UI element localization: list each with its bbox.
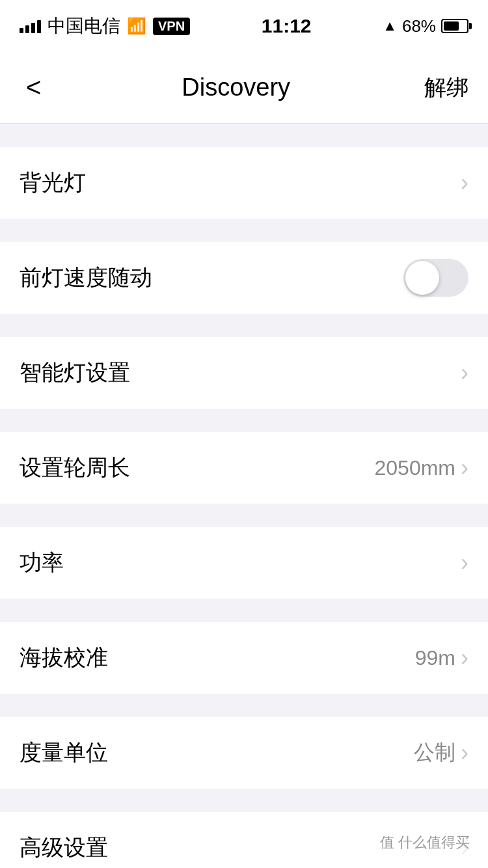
bar1 bbox=[20, 28, 23, 33]
row-unit[interactable]: 度量单位 公制 › bbox=[0, 717, 488, 789]
chevron-icon: › bbox=[461, 739, 468, 766]
row-wheel-circumference[interactable]: 设置轮周长 2050mm › bbox=[0, 432, 488, 504]
section-gap-6 bbox=[0, 694, 488, 717]
unit-value: 公制 bbox=[414, 739, 455, 767]
row-altitude[interactable]: 海拔校准 99m › bbox=[0, 622, 488, 694]
bar2 bbox=[25, 25, 29, 33]
signal-bars bbox=[20, 19, 41, 33]
section-gap-3 bbox=[0, 409, 488, 432]
wheel-value: 2050mm bbox=[375, 456, 456, 480]
row-smartlight-label: 智能灯设置 bbox=[20, 358, 130, 388]
row-power-label: 功率 bbox=[20, 548, 64, 578]
section-gap-5 bbox=[0, 599, 488, 622]
bar4 bbox=[37, 20, 41, 33]
battery-fill bbox=[444, 21, 459, 31]
row-power[interactable]: 功率 › bbox=[0, 527, 488, 599]
row-frontlight-label: 前灯速度随动 bbox=[20, 263, 152, 293]
row-wheel-label: 设置轮周长 bbox=[20, 453, 130, 483]
section-gap-top bbox=[0, 124, 488, 147]
row-frontlight-right bbox=[403, 259, 468, 297]
settings-group-altitude: 海拔校准 99m › bbox=[0, 622, 488, 694]
row-unit-right: 公制 › bbox=[414, 739, 468, 767]
page-title: Discovery bbox=[182, 74, 290, 102]
frontlight-toggle[interactable] bbox=[403, 259, 468, 297]
row-frontlight-speed[interactable]: 前灯速度随动 bbox=[0, 242, 488, 314]
settings-group-power: 功率 › bbox=[0, 527, 488, 599]
nav-bar: < Discovery 解绑 bbox=[0, 52, 488, 124]
chevron-icon: › bbox=[461, 454, 468, 481]
row-wheel-right: 2050mm › bbox=[375, 454, 469, 481]
settings-group-smartlight: 智能灯设置 › bbox=[0, 337, 488, 409]
bar3 bbox=[31, 23, 35, 33]
row-backlight-right: › bbox=[461, 169, 468, 197]
settings-group-backlight: 背光灯 › bbox=[0, 147, 488, 219]
status-right: ▲ 68% bbox=[383, 16, 468, 36]
location-icon: ▲ bbox=[383, 18, 397, 34]
row-altitude-right: 99m › bbox=[415, 644, 468, 671]
chevron-icon: › bbox=[461, 169, 468, 197]
status-bar: 中国电信 📶 VPN 11:12 ▲ 68% bbox=[0, 0, 488, 52]
row-unit-label: 度量单位 bbox=[20, 738, 108, 768]
settings-group-wheel: 设置轮周长 2050mm › bbox=[0, 432, 488, 504]
status-left: 中国电信 📶 VPN bbox=[20, 14, 190, 38]
section-gap-2 bbox=[0, 314, 488, 337]
altitude-value: 99m bbox=[415, 646, 455, 670]
row-smartlight-right: › bbox=[461, 359, 468, 387]
settings-group-unit: 度量单位 公制 › bbox=[0, 717, 488, 789]
toggle-knob bbox=[405, 261, 439, 295]
unbind-button[interactable]: 解绑 bbox=[424, 73, 468, 103]
back-button[interactable]: < bbox=[20, 66, 47, 109]
wifi-icon: 📶 bbox=[127, 17, 146, 35]
carrier-label: 中国电信 bbox=[47, 14, 120, 38]
row-advanced-label: 高级设置 bbox=[20, 833, 108, 863]
vpn-badge: VPN bbox=[153, 18, 190, 35]
settings-group-frontlight: 前灯速度随动 bbox=[0, 242, 488, 314]
row-power-right: › bbox=[461, 549, 468, 576]
status-time: 11:12 bbox=[262, 15, 312, 37]
row-altitude-label: 海拔校准 bbox=[20, 643, 108, 673]
row-smartlight[interactable]: 智能灯设置 › bbox=[0, 337, 488, 409]
section-gap-4 bbox=[0, 504, 488, 527]
battery-icon bbox=[441, 19, 468, 33]
chevron-icon: › bbox=[461, 644, 468, 671]
row-backlight-label: 背光灯 bbox=[20, 168, 86, 198]
section-gap-1 bbox=[0, 219, 488, 242]
battery-percent: 68% bbox=[402, 16, 436, 36]
watermark: 值 什么值得买 bbox=[375, 830, 475, 855]
section-gap-7 bbox=[0, 789, 488, 812]
row-backlight[interactable]: 背光灯 › bbox=[0, 147, 488, 219]
chevron-icon: › bbox=[461, 359, 468, 387]
chevron-icon: › bbox=[461, 549, 468, 576]
